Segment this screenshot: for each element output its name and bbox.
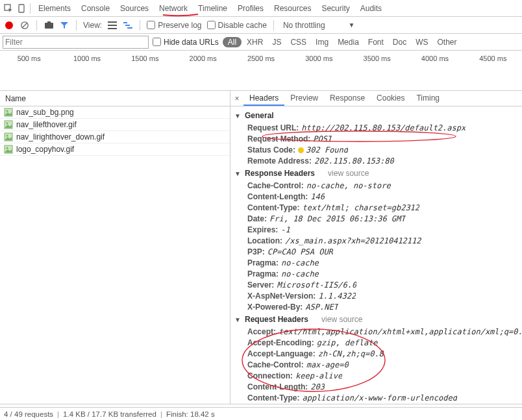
header-key: Content-Length: [247,382,308,393]
header-row: Cache-Control:no-cache, no-store [232,180,522,191]
record-icon[interactable] [4,20,14,31]
header-value: 202.115.80.153:80 [314,156,394,167]
header-row: Status Code:302 Found [232,145,522,156]
svg-rect-4 [45,23,53,29]
filter-tag-media[interactable]: Media [334,37,363,47]
timeline-tick: 3500 ms [348,55,406,62]
tab-console[interactable]: Console [76,1,115,16]
header-row: Server:Microsoft-IIS/6.0 [232,280,522,291]
header-key: Connection: [247,371,293,382]
detail-tab-preview[interactable]: Preview [284,91,324,106]
tab-security[interactable]: Security [316,1,354,16]
detail-tab-headers[interactable]: Headers [243,91,284,106]
header-value: ASP.NET [305,302,338,313]
header-value: 146 [310,191,325,203]
filter-tag-font[interactable]: Font [364,37,388,47]
header-key: Remote Address: [247,156,312,167]
status-bar: 4 / 49 requests | 1.4 KB / 17.7 KB trans… [0,407,522,420]
filter-tag-all[interactable]: All [223,37,242,47]
throttling-select[interactable]: No throttling ▼ [283,21,355,30]
header-value: 302 Found [298,145,348,156]
header-row: Request URL:http://202.115.80.153/defaul… [232,123,522,134]
tab-elements[interactable]: Elements [33,1,76,16]
header-row: X-AspNet-Version:1.1.4322 [232,291,522,302]
detail-tab-response[interactable]: Response [324,91,371,106]
header-row: Content-Length:203 [232,382,522,393]
requests-count: 4 / 49 requests [4,410,53,418]
request-row[interactable]: logo_copyhov.gif [0,143,230,156]
request-list: nav_sub_bg.pngnav_lilefthover.gifnav_lir… [0,106,230,404]
timeline-tick: 2500 ms [232,55,290,62]
device-icon[interactable] [16,3,27,14]
header-key: X-AspNet-Version: [247,291,316,302]
svg-rect-5 [47,21,51,23]
filter-tag-ws[interactable]: WS [412,37,432,47]
svg-rect-9 [123,22,127,23]
section-header[interactable]: ▼General [232,109,522,123]
svg-point-19 [6,147,8,149]
filter-input[interactable] [3,36,149,49]
header-key: Content-Length: [247,191,308,203]
view-label: View: [83,21,102,30]
timeline-tick: 1500 ms [116,55,174,62]
header-value: no-cache [281,269,319,280]
preserve-log-checkbox[interactable]: Preserve log [147,21,201,30]
request-list-pane: Name nav_sub_bg.pngnav_lilefthover.gifna… [0,91,230,404]
detail-tab-cookies[interactable]: Cookies [371,91,410,106]
svg-point-13 [6,110,8,112]
clear-icon[interactable] [19,20,30,31]
detail-tab-timing[interactable]: Timing [410,91,445,106]
section-header[interactable]: ▼Response Headersview source [232,167,522,180]
tab-network[interactable]: Network [154,1,193,16]
header-value: gzip, deflate [317,338,378,349]
header-key: Location: [247,236,282,247]
disclosure-triangle-icon: ▼ [234,110,241,121]
tab-resources[interactable]: Resources [269,1,316,16]
request-row[interactable]: nav_lilefthover.gif [0,119,230,131]
finish-time: Finish: 18.42 s [166,410,215,418]
request-row[interactable]: nav_lirighthover_down.gif [0,131,230,143]
request-row[interactable]: nav_sub_bg.png [0,106,230,119]
capture-screenshot-icon[interactable] [44,20,54,31]
disable-cache-checkbox[interactable]: Disable cache [207,21,267,30]
svg-rect-11 [127,27,132,29]
filter-tag-css[interactable]: CSS [286,37,310,47]
header-row: Cache-Control:max-age=0 [232,360,522,371]
header-row: Accept:text/html,application/xhtml+xml,a… [232,327,522,338]
close-icon[interactable]: × [230,94,243,103]
separator [140,20,140,31]
separator [76,20,77,31]
header-row: P3P:CP=CAO PSA OUR [232,247,522,258]
filter-tag-img[interactable]: Img [312,37,332,47]
filter-tag-xhr[interactable]: XHR [243,37,267,47]
header-row: Pragma:no-cache [232,258,522,269]
filter-tag-doc[interactable]: Doc [389,37,410,47]
status-dot-icon [298,147,304,153]
view-source-link[interactable]: view source [321,314,362,325]
name-column-header[interactable]: Name [0,91,230,106]
tab-timeline[interactable]: Timeline [193,1,232,16]
timeline-tick: 2000 ms [174,55,232,62]
header-value: Fri, 18 Dec 2015 06:13:36 GMT [269,214,406,225]
header-row: Content-Type:application/x-www-form-urle… [232,393,522,404]
timeline-overview[interactable]: 500 ms1000 ms1500 ms2000 ms2500 ms3000 m… [0,51,522,91]
filter-row: Hide data URLs AllXHRJSCSSImgMediaFontDo… [0,34,522,51]
waterfall-icon[interactable] [123,21,133,29]
svg-rect-10 [125,25,130,26]
tab-audits[interactable]: Audits [355,1,387,16]
hide-data-urls-checkbox[interactable]: Hide data URLs [153,38,219,47]
devtools-tabs: ElementsConsoleSourcesNetworkTimelinePro… [0,0,522,17]
filter-tag-js[interactable]: JS [268,37,285,47]
header-value: 1.1.4322 [318,291,356,302]
filter-tag-other[interactable]: Other [434,37,461,47]
filter-toggle-icon[interactable] [59,20,69,31]
header-key: Status Code: [247,145,295,156]
large-rows-icon[interactable] [107,21,118,29]
inspect-icon[interactable] [3,3,14,14]
view-source-link[interactable]: view source [328,168,369,179]
section-header[interactable]: ▼Request Headersview source [232,313,522,327]
tab-profiles[interactable]: Profiles [232,1,269,16]
header-value: text/html,application/xhtml+xml,applicat… [279,327,522,338]
header-value: keep-alive [295,371,342,382]
tab-sources[interactable]: Sources [115,1,154,16]
